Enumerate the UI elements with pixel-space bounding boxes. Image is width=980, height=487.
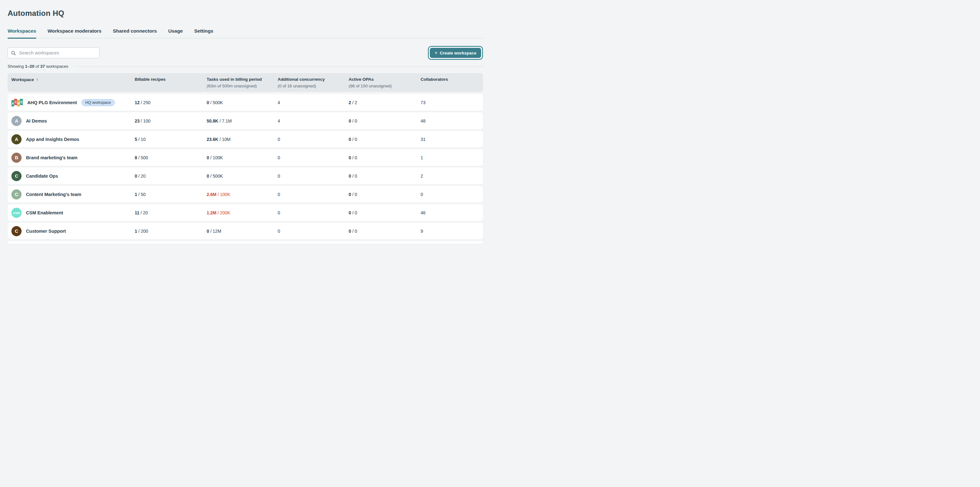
summary-prefix: Showing [8,64,25,69]
table-row[interactable]: CContent Marketing's team1 / 502.6M / 10… [8,186,483,203]
workspace-cell: AApp and Insights Demos [11,134,135,144]
workspaces-table: Workspace↑Billable recipesTasks used in … [8,73,483,243]
billable-recipes-cell: 5 / 10 [135,137,207,142]
concurrency-cell: 0 [278,210,348,215]
active-opas-cell: 0 / 0 [348,119,421,124]
tasks-used-cell: 2.6M / 100K [207,192,278,197]
table-row[interactable]: ACMEAHQ PLG EnvironmentHQ workspace12 / … [8,94,483,111]
workspace-name[interactable]: AHQ PLG Environment [27,100,77,105]
summary-suffix: workspaces [45,64,68,69]
tasks-used-cell: 0 / 500K [207,100,278,105]
table-row-partial[interactable] [8,241,483,243]
search-icon [11,51,16,56]
search-input[interactable] [18,50,96,56]
concurrency-cell: 0 [278,155,348,160]
table-row[interactable]: CCustomer Support1 / 2000 / 12M00 / 09 [8,223,483,240]
tab-settings[interactable]: Settings [194,28,213,38]
billable-recipes-cell: 1 / 50 [135,192,207,197]
summary-range: 1–20 [25,64,35,69]
billable-recipes-cell: 8 / 500 [135,155,207,160]
workspace-name[interactable]: CSM Enablement [26,210,63,215]
column-label-concurrency: Additional concurrency [278,77,348,82]
create-workspace-focus-ring: + Create workspace [428,46,483,60]
workspace-name[interactable]: App and Insights Demos [26,137,79,142]
toolbar: + Create workspace [8,46,483,60]
tabs: WorkspacesWorkspace moderatorsShared con… [8,28,483,38]
workspace-avatar: C [11,171,22,181]
create-workspace-label: Create workspace [440,51,476,56]
collaborators-cell: 9 [421,228,483,234]
sort-ascending-icon[interactable]: ↑ [36,77,38,82]
tab-shared-connectors[interactable]: Shared connectors [113,28,157,38]
tab-usage[interactable]: Usage [168,28,183,38]
column-sublabel-opas: (86 of 100 unassigned) [348,84,421,89]
concurrency-cell: 0 [278,173,348,179]
workspace-avatar: B [11,152,22,163]
table-row[interactable]: csmCSM Enablement11 / 201.2M / 200K00 / … [8,204,483,221]
table-row[interactable]: BBrand marketing's team8 / 5000 / 100K00… [8,149,483,166]
summary-mid: of [34,64,40,69]
tab-workspace-moderators[interactable]: Workspace moderators [48,28,102,38]
billable-recipes-cell: 12 / 250 [135,100,207,105]
workspace-logo-acme: ACME [11,98,23,107]
workspace-cell: CContent Marketing's team [11,189,135,200]
active-opas-cell: 0 / 0 [348,192,421,197]
collaborators-cell: 2 [421,173,483,179]
collaborators-cell: 46 [421,210,483,215]
tasks-used-cell: 1.2M / 200K [207,210,278,215]
workspace-cell: ACMEAHQ PLG EnvironmentHQ workspace [11,98,135,107]
column-label-collaborators: Collaborators [421,77,483,82]
tasks-used-cell: 50.8K / 7.1M [207,119,278,124]
table-row[interactable]: AApp and Insights Demos5 / 1023.6K / 10M… [8,131,483,148]
workspace-avatar: csm [11,208,22,218]
table-body: ACMEAHQ PLG EnvironmentHQ workspace12 / … [8,94,483,243]
active-opas-cell: 0 / 0 [348,137,421,142]
table-row[interactable]: CCandidate Ops0 / 200 / 500K00 / 02 [8,168,483,184]
workspace-name[interactable]: Candidate Ops [26,173,58,179]
billable-recipes-cell: 23 / 100 [135,119,207,124]
workspace-name[interactable]: Customer Support [26,228,66,234]
create-workspace-button[interactable]: + Create workspace [430,48,481,58]
active-opas-cell: 0 / 0 [348,228,421,234]
tasks-used-cell: 23.6K / 10M [207,137,278,142]
workspace-cell: CCandidate Ops [11,171,135,181]
column-label-opas: Active OPAs [348,77,421,82]
table-row[interactable]: AAI Demos23 / 10050.8K / 7.1M40 / 048 [8,113,483,129]
hq-workspace-badge: HQ workspace [81,99,115,106]
workspace-name[interactable]: AI Demos [26,119,47,124]
workspace-name[interactable]: Content Marketing's team [26,192,81,197]
column-header-concurrency[interactable]: Additional concurrency(0 of 16 unassigne… [278,77,348,89]
column-label-tasks: Tasks used in billing period [207,77,278,82]
column-header-workspace[interactable]: Workspace↑ [11,77,135,82]
table-header: Workspace↑Billable recipesTasks used in … [8,73,483,92]
workspace-cell: csmCSM Enablement [11,208,135,218]
plus-icon: + [434,50,438,56]
summary-total: 37 [40,64,45,69]
workspace-avatar: A [11,134,22,144]
column-sublabel-concurrency: (0 of 16 unassigned) [278,84,348,89]
page-title: Automation HQ [8,9,483,18]
search-box[interactable] [8,48,100,58]
tasks-used-cell: 0 / 100K [207,155,278,160]
column-header-opas[interactable]: Active OPAs(86 of 100 unassigned) [348,77,421,89]
column-header-billable[interactable]: Billable recipes [135,77,207,82]
collaborators-cell: 31 [421,137,483,142]
collaborators-cell: 48 [421,119,483,124]
column-label-workspace: Workspace↑ [11,77,135,82]
billable-recipes-cell: 11 / 20 [135,210,207,215]
column-header-collaborators[interactable]: Collaborators [421,77,483,82]
concurrency-cell: 0 [278,192,348,197]
collaborators-cell: 1 [421,155,483,160]
concurrency-cell: 0 [278,228,348,234]
column-header-tasks[interactable]: Tasks used in billing period(63m of 500m… [207,77,278,89]
workspace-avatar: C [11,189,22,200]
workspace-name[interactable]: Brand marketing's team [26,155,77,160]
concurrency-cell: 4 [278,100,348,105]
billable-recipes-cell: 1 / 200 [135,228,207,234]
active-opas-cell: 2 / 2 [348,100,421,105]
active-opas-cell: 0 / 0 [348,173,421,179]
concurrency-cell: 0 [278,137,348,142]
workspace-cell: AAI Demos [11,116,135,126]
active-opas-cell: 0 / 0 [348,155,421,160]
tab-workspaces[interactable]: Workspaces [8,28,36,38]
